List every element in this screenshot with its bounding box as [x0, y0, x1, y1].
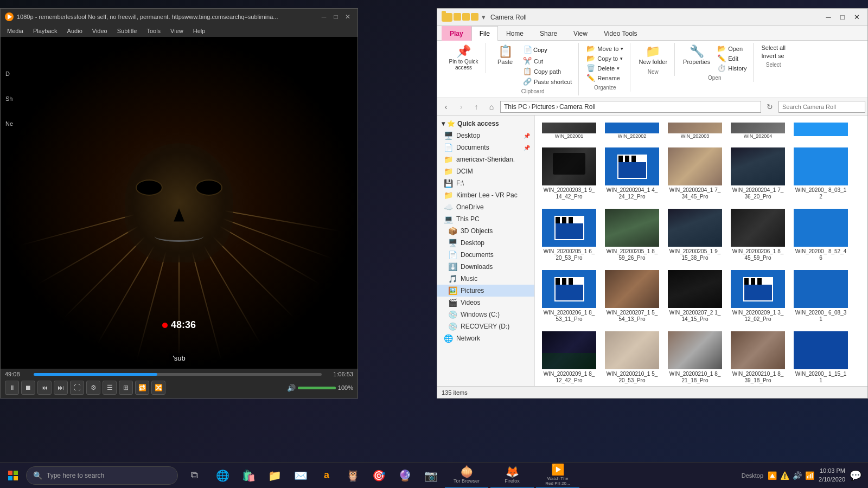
- vlc-menu-help[interactable]: Help: [189, 27, 210, 35]
- history-button[interactable]: ⏱️ History: [715, 63, 749, 73]
- sidebar-item-videos[interactable]: 🎬 Videos: [437, 297, 534, 309]
- rename-button[interactable]: ✏️ Rename: [584, 73, 626, 82]
- explorer-close-button[interactable]: ✕: [850, 11, 863, 24]
- vlc-prev-button[interactable]: ⏮: [37, 381, 52, 395]
- file-explorer-button[interactable]: 📁: [263, 463, 286, 489]
- notification-icon[interactable]: ⚠️: [780, 471, 789, 480]
- taskbar-app-firefox[interactable]: 🦊 Firefox: [490, 463, 534, 489]
- quick-access-header[interactable]: ▾ ⭐ Quick access: [437, 118, 534, 130]
- sidebar-item-this-pc[interactable]: 💻 This PC: [437, 213, 534, 225]
- nav-back-button[interactable]: ‹: [439, 100, 452, 113]
- file-item-15[interactable]: WIN_20200_ 6_08_31: [791, 267, 851, 325]
- file-item-18[interactable]: WIN_20200210_1 8_21_18_Pro: [665, 329, 725, 386]
- vlc-menu-view[interactable]: View: [166, 27, 188, 35]
- file-item-20[interactable]: WIN_20200_ 1_15_11: [791, 329, 851, 386]
- vlc-close-button[interactable]: ✕: [342, 11, 353, 22]
- vlc-playlist-button[interactable]: ☰: [103, 381, 117, 395]
- tab-home[interactable]: Home: [498, 26, 532, 41]
- file-item-row0-3[interactable]: WIN_202003: [665, 120, 725, 142]
- vlc-menu-media[interactable]: Media: [3, 27, 28, 35]
- sidebar-item-americavr[interactable]: 📁 americavr-Sheridan.: [437, 153, 534, 165]
- select-all-button[interactable]: Select all: [759, 44, 788, 52]
- search-input[interactable]: [778, 101, 865, 113]
- cut-button[interactable]: ✂️ Cut: [521, 56, 574, 66]
- file-item-16[interactable]: WIN_20200209_1 8_12_42_Pro: [539, 329, 599, 386]
- tray-expand-icon[interactable]: 🔼: [768, 471, 777, 480]
- sidebar-item-dcim[interactable]: 📁 DCIM: [437, 165, 534, 177]
- file-item-1[interactable]: WIN_20200203_1 9_14_42_Pro: [539, 145, 599, 203]
- file-item-12[interactable]: WIN_20200207_1 5_54_13_Pro: [602, 267, 662, 325]
- app-button-8[interactable]: 🔮: [393, 463, 417, 489]
- vlc-video-area[interactable]: D Sh Ne 48:36 'sub: [1, 37, 358, 369]
- amazon-button[interactable]: a: [315, 463, 339, 489]
- sidebar-item-desktop2[interactable]: 🖥️ Desktop: [437, 237, 534, 249]
- sidebar-item-recovery-d[interactable]: 💿 RECOVERY (D:): [437, 320, 534, 332]
- vlc-maximize-button[interactable]: □: [330, 11, 341, 22]
- nav-recent-button[interactable]: ⌂: [485, 100, 498, 113]
- qa-btn-2[interactable]: [462, 13, 470, 21]
- file-item-17[interactable]: WIN_20200210_1 5_20_53_Pro: [602, 329, 662, 386]
- file-item-8[interactable]: WIN_20200205_1 9_15_38_Pro: [665, 206, 725, 264]
- vlc-stop-button[interactable]: ⏹: [21, 381, 35, 395]
- vlc-shuffle-button[interactable]: 🔀: [151, 381, 165, 395]
- file-item-13[interactable]: WIN_20200207_2 1_14_15_Pro: [665, 267, 725, 325]
- tripadvisor-button[interactable]: 🦉: [341, 463, 365, 489]
- file-item-19[interactable]: WIN_20200210_1 8_39_18_Pro: [728, 329, 788, 386]
- sidebar-item-pictures[interactable]: 🖼️ Pictures: [437, 285, 534, 297]
- taskbar-app-tor[interactable]: 🧅 Tor Browser: [445, 463, 488, 489]
- explorer-maximize-button[interactable]: □: [836, 11, 849, 24]
- sidebar-item-network[interactable]: 🌐 Network: [437, 332, 534, 344]
- vlc-menu-audio[interactable]: Audio: [63, 27, 87, 35]
- camera-button[interactable]: 📷: [419, 463, 443, 489]
- taskbar-app-watch[interactable]: ▶️ Watch TheRed Pill 20...: [536, 463, 579, 489]
- vlc-timeline[interactable]: 49:08 1:06:53: [1, 369, 358, 378]
- nav-forward-button[interactable]: ›: [455, 100, 468, 113]
- copy-path-button[interactable]: 📋 Copy path: [521, 67, 574, 76]
- qa-btn-down[interactable]: ▾: [480, 13, 487, 21]
- paste-button[interactable]: 📋 Paste: [492, 44, 519, 67]
- sidebar-item-documents[interactable]: 📄 Documents 📌: [437, 142, 534, 153]
- vlc-menu-tools[interactable]: Tools: [142, 27, 165, 35]
- sidebar-item-kimber[interactable]: 📁 Kimber Lee - VR Pac: [437, 189, 534, 201]
- vlc-extended-button[interactable]: ⚙: [86, 381, 100, 395]
- notification-center-button[interactable]: 💬: [850, 470, 861, 481]
- file-item-7[interactable]: WIN_20200205_1 8_59_26_Pro: [602, 206, 662, 264]
- taskbar-search-bar[interactable]: 🔍 Type here to search: [26, 466, 178, 485]
- file-item-11[interactable]: WIN_20200206_1 8_53_11_Pro: [539, 267, 599, 325]
- file-item-6[interactable]: WIN_20200205_1 6_20_53_Pro: [539, 206, 599, 264]
- vlc-next-button[interactable]: ⏭: [54, 381, 68, 395]
- properties-button[interactable]: 🔧 Properties: [680, 44, 713, 67]
- vlc-menu-playback[interactable]: Playback: [29, 27, 62, 35]
- sidebar-item-documents2[interactable]: 📄 Documents: [437, 249, 534, 261]
- sidebar-item-downloads[interactable]: ⬇️ Downloads: [437, 261, 534, 273]
- sidebar-item-3d-objects[interactable]: 📦 3D Objects: [437, 225, 534, 237]
- start-button[interactable]: [0, 463, 26, 489]
- tab-view[interactable]: View: [565, 26, 596, 41]
- file-item-10[interactable]: WIN_20200_ 8_52_46: [791, 206, 851, 264]
- file-item-row0-5[interactable]: [791, 120, 851, 142]
- copy-button[interactable]: 📄 Copy: [521, 44, 574, 55]
- sidebar-item-desktop[interactable]: 🖥️ Desktop 📌: [437, 130, 534, 142]
- network-tray-icon[interactable]: 📶: [805, 471, 814, 480]
- vlc-volume-bar[interactable]: [298, 387, 336, 389]
- copy-to-button[interactable]: 📂 Copy to ▾: [584, 54, 626, 63]
- sidebar-item-windows-c[interactable]: 💿 Windows (C:): [437, 309, 534, 320]
- app-button-7[interactable]: 🎯: [367, 463, 391, 489]
- nav-refresh-button[interactable]: ↻: [763, 100, 776, 113]
- vlc-frame-button[interactable]: ⊞: [119, 381, 133, 395]
- file-item-14[interactable]: WIN_20200209_1 3_12_02_Pro: [728, 267, 788, 325]
- address-path-bar[interactable]: This PC › Pictures › Camera Roll: [500, 101, 761, 113]
- delete-button[interactable]: 🗑️ Delete ▾: [584, 63, 626, 73]
- file-item-row0-2[interactable]: WIN_202002: [602, 120, 662, 142]
- volume-tray-icon[interactable]: 🔊: [793, 471, 802, 480]
- new-folder-button[interactable]: 📁 New folder: [636, 44, 670, 67]
- file-item-3[interactable]: WIN_20200204_1 7_34_45_Pro: [665, 145, 725, 203]
- nav-up-button[interactable]: ↑: [470, 100, 483, 113]
- edge-browser-button[interactable]: 🌐: [210, 463, 234, 489]
- edit-button[interactable]: ✏️ Edit: [715, 54, 749, 63]
- tab-video-tools[interactable]: Video Tools: [596, 26, 646, 41]
- file-grid[interactable]: WIN_202001 WIN_202002 WIN_202003: [535, 115, 867, 386]
- mail-button[interactable]: ✉️: [289, 463, 312, 489]
- vlc-menu-subtitle[interactable]: Subtitle: [113, 27, 142, 35]
- sidebar-item-music[interactable]: 🎵 Music: [437, 273, 534, 285]
